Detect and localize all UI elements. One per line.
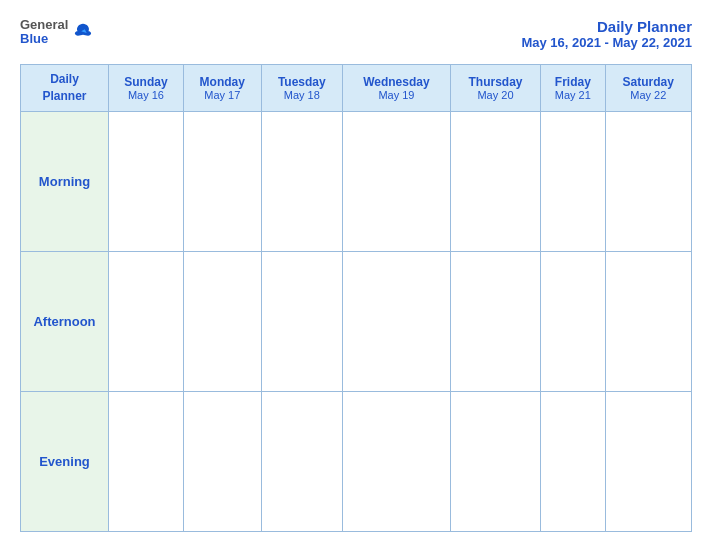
day-date-sunday: May 16	[113, 89, 179, 101]
logo-blue: Blue	[20, 32, 68, 46]
day-date-friday: May 21	[545, 89, 601, 101]
calendar-table: DailyPlanner Sunday May 16 Monday May 17…	[20, 64, 692, 532]
col-thursday: Thursday May 20	[450, 65, 540, 112]
logo-icon	[72, 22, 94, 44]
col-header-label: DailyPlanner	[21, 65, 109, 112]
cell-afternoon-saturday[interactable]	[605, 251, 691, 391]
logo-general: General	[20, 18, 68, 32]
col-sunday: Sunday May 16	[109, 65, 184, 112]
header-row: DailyPlanner Sunday May 16 Monday May 17…	[21, 65, 692, 112]
cell-evening-thursday[interactable]	[450, 391, 540, 531]
cell-evening-sunday[interactable]	[109, 391, 184, 531]
row-evening: Evening	[21, 391, 692, 531]
row-label-evening: Evening	[21, 391, 109, 531]
header: General Blue Daily Planner May 16, 2021 …	[20, 18, 692, 50]
col-wednesday: Wednesday May 19	[342, 65, 450, 112]
day-name-monday: Monday	[188, 75, 257, 89]
row-label-afternoon: Afternoon	[21, 251, 109, 391]
daily-planner-label: DailyPlanner	[42, 72, 86, 103]
cell-afternoon-tuesday[interactable]	[261, 251, 342, 391]
day-date-tuesday: May 18	[266, 89, 338, 101]
cell-morning-friday[interactable]	[541, 111, 606, 251]
day-name-saturday: Saturday	[610, 75, 687, 89]
cell-morning-wednesday[interactable]	[342, 111, 450, 251]
cell-afternoon-monday[interactable]	[183, 251, 261, 391]
col-friday: Friday May 21	[541, 65, 606, 112]
col-monday: Monday May 17	[183, 65, 261, 112]
cell-morning-saturday[interactable]	[605, 111, 691, 251]
cell-morning-thursday[interactable]	[450, 111, 540, 251]
cell-evening-saturday[interactable]	[605, 391, 691, 531]
col-saturday: Saturday May 22	[605, 65, 691, 112]
cell-morning-tuesday[interactable]	[261, 111, 342, 251]
cell-evening-tuesday[interactable]	[261, 391, 342, 531]
day-name-tuesday: Tuesday	[266, 75, 338, 89]
cell-evening-monday[interactable]	[183, 391, 261, 531]
day-date-monday: May 17	[188, 89, 257, 101]
cell-evening-wednesday[interactable]	[342, 391, 450, 531]
day-name-wednesday: Wednesday	[347, 75, 446, 89]
title-main: Daily Planner	[521, 18, 692, 35]
day-name-friday: Friday	[545, 75, 601, 89]
cell-afternoon-thursday[interactable]	[450, 251, 540, 391]
row-afternoon: Afternoon	[21, 251, 692, 391]
cell-afternoon-sunday[interactable]	[109, 251, 184, 391]
day-name-thursday: Thursday	[455, 75, 536, 89]
col-tuesday: Tuesday May 18	[261, 65, 342, 112]
row-label-morning: Morning	[21, 111, 109, 251]
cell-afternoon-wednesday[interactable]	[342, 251, 450, 391]
cell-morning-monday[interactable]	[183, 111, 261, 251]
day-date-saturday: May 22	[610, 89, 687, 101]
logo-area: General Blue	[20, 18, 94, 47]
row-morning: Morning	[21, 111, 692, 251]
cell-afternoon-friday[interactable]	[541, 251, 606, 391]
day-name-sunday: Sunday	[113, 75, 179, 89]
day-date-thursday: May 20	[455, 89, 536, 101]
page: General Blue Daily Planner May 16, 2021 …	[0, 0, 712, 550]
title-area: Daily Planner May 16, 2021 - May 22, 202…	[521, 18, 692, 50]
cell-morning-sunday[interactable]	[109, 111, 184, 251]
logo-text: General Blue	[20, 18, 68, 47]
cell-evening-friday[interactable]	[541, 391, 606, 531]
title-date: May 16, 2021 - May 22, 2021	[521, 35, 692, 50]
day-date-wednesday: May 19	[347, 89, 446, 101]
